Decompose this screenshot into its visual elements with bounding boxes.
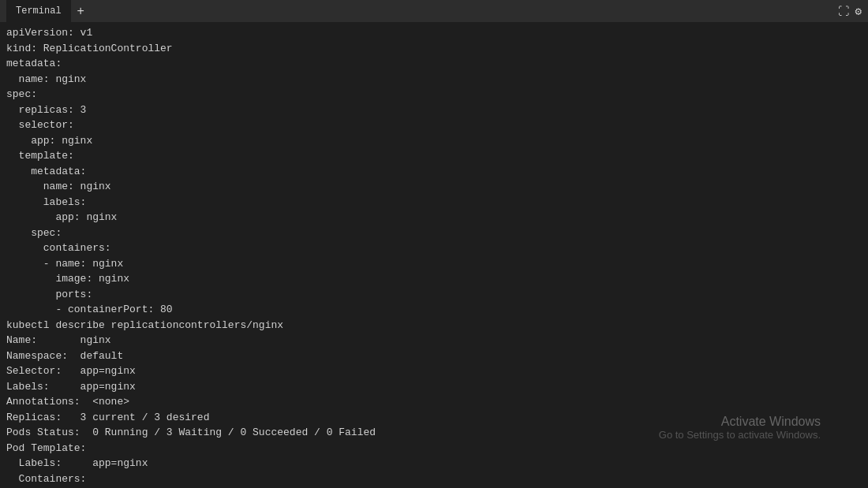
terminal-line: Annotations: <none> bbox=[6, 394, 862, 410]
settings-icon[interactable]: ⚙ bbox=[855, 5, 862, 18]
terminal-tab-label: Terminal bbox=[16, 6, 62, 17]
terminal-line: - containerPort: 80 bbox=[6, 302, 862, 318]
window: Terminal + ⛶ ⚙ apiVersion: v1kind: Repli… bbox=[0, 0, 868, 488]
terminal-line: Labels: app=nginx bbox=[6, 379, 862, 395]
terminal-line: ports: bbox=[6, 287, 862, 303]
terminal-line: labels: bbox=[6, 195, 862, 210]
terminal-line: apiVersion: v1 bbox=[6, 25, 862, 41]
terminal-line: Pod Template: bbox=[6, 441, 862, 456]
terminal-line: Namespace: default bbox=[6, 348, 862, 364]
terminal-line: Selector: app=nginx bbox=[6, 363, 862, 379]
terminal-line: metadata: bbox=[6, 56, 862, 72]
terminal-line: containers: bbox=[6, 240, 862, 256]
terminal-line: Containers: bbox=[6, 471, 862, 487]
add-tab-button[interactable]: + bbox=[71, 5, 91, 17]
terminal-line: spec: bbox=[6, 87, 862, 102]
terminal-line: name: nginx bbox=[6, 179, 862, 195]
terminal-line: metadata: bbox=[6, 164, 862, 180]
terminal-line: template: bbox=[6, 148, 862, 164]
terminal-tab[interactable]: Terminal bbox=[6, 0, 71, 22]
terminal-line: image: nginx bbox=[6, 271, 862, 287]
terminal-line: kind: ReplicationController bbox=[6, 41, 862, 57]
title-bar-icons: ⛶ ⚙ bbox=[838, 5, 862, 18]
terminal-line: spec: bbox=[6, 225, 862, 241]
terminal-line: app: nginx bbox=[6, 133, 862, 149]
terminal-body[interactable]: apiVersion: v1kind: ReplicationControlle… bbox=[0, 22, 868, 488]
terminal-line: app: nginx bbox=[6, 210, 862, 225]
terminal-line: Labels: app=nginx bbox=[6, 456, 862, 471]
terminal-line: replicas: 3 bbox=[6, 102, 862, 118]
fullscreen-icon[interactable]: ⛶ bbox=[838, 5, 849, 17]
title-bar: Terminal + ⛶ ⚙ bbox=[0, 0, 868, 22]
terminal-line: kubectl describe replicationcontrollers/… bbox=[6, 318, 862, 333]
terminal-line: - name: nginx bbox=[6, 256, 862, 272]
terminal-line: Name: nginx bbox=[6, 333, 862, 348]
terminal-line: selector: bbox=[6, 117, 862, 133]
terminal-line: name: nginx bbox=[6, 72, 862, 88]
watermark: Activate Windows Go to Settings to activ… bbox=[659, 415, 821, 441]
watermark-title: Activate Windows bbox=[659, 415, 821, 429]
watermark-subtitle: Go to Settings to activate Windows. bbox=[659, 429, 821, 441]
